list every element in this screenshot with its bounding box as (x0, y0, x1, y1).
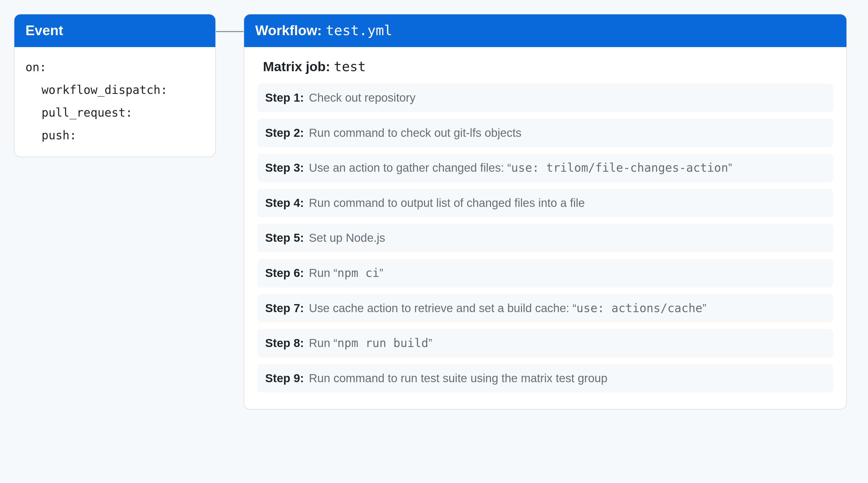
step-label: Step 8: (265, 336, 304, 351)
step-desc-code: use: actions/cache (577, 301, 703, 315)
workflow-step: Step 4: Run command to output list of ch… (257, 189, 833, 217)
step-label: Step 5: (265, 231, 304, 246)
workflow-header-filename: test.yml (326, 23, 393, 38)
step-desc-code: npm ci (337, 266, 379, 280)
step-label: Step 1: (265, 90, 304, 105)
step-description: Check out repository (309, 90, 415, 105)
workflow-step: Step 9: Run command to run test suite us… (257, 364, 833, 393)
step-description: Run “npm ci” (309, 266, 383, 281)
step-label: Step 4: (265, 195, 304, 211)
step-label: Step 9: (265, 371, 304, 386)
step-desc-after: ” (379, 266, 383, 279)
event-trigger: push: (26, 124, 204, 147)
step-desc-before: Use an action to gather changed files: “ (309, 161, 511, 174)
step-label: Step 6: (265, 266, 304, 281)
step-description: Use cache action to retrieve and set a b… (309, 301, 706, 316)
workflow-card-body: Matrix job: test Step 1: Check out repos… (244, 47, 846, 409)
step-desc-code: npm run build (337, 336, 429, 350)
step-description: Use an action to gather changed files: “… (309, 160, 732, 176)
step-desc-before: Run “ (309, 336, 337, 350)
step-desc-after: ” (728, 161, 732, 174)
step-description: Set up Node.js (309, 231, 385, 246)
workflow-step: Step 3: Use an action to gather changed … (257, 154, 833, 182)
matrix-prefix: Matrix job: (263, 59, 334, 74)
workflow-step: Step 2: Run command to check out git-lfs… (257, 119, 833, 147)
event-trigger: workflow_dispatch: (26, 79, 204, 101)
step-description: Run command to run test suite using the … (309, 371, 608, 386)
event-on-key: on: (26, 56, 204, 79)
workflow-card-header: Workflow: test.yml (244, 14, 846, 47)
workflow-step: Step 6: Run “npm ci” (257, 259, 833, 288)
workflow-step: Step 7: Use cache action to retrieve and… (257, 294, 833, 323)
step-label: Step 3: (265, 160, 304, 176)
step-desc-after: ” (703, 302, 706, 314)
step-description: Run command to check out git-lfs objects (309, 125, 522, 141)
workflow-card: Workflow: test.yml Matrix job: test Step… (244, 14, 847, 410)
event-card: Event on: workflow_dispatch: pull_reques… (14, 14, 216, 157)
workflow-step: Step 8: Run “npm run build” (257, 329, 833, 358)
diagram-canvas: Event on: workflow_dispatch: pull_reques… (0, 0, 868, 483)
workflow-header-prefix: Workflow: (255, 23, 326, 38)
step-label: Step 2: (265, 125, 304, 141)
workflow-step: Step 5: Set up Node.js (257, 224, 833, 252)
step-desc-code: use: trilom/file-changes-action (511, 161, 728, 175)
event-card-header: Event (14, 14, 215, 47)
step-label: Step 7: (265, 301, 304, 316)
event-header-title: Event (26, 23, 63, 38)
step-desc-after: ” (428, 336, 432, 350)
step-desc-before: Run “ (309, 266, 337, 279)
event-trigger: pull_request: (26, 101, 204, 124)
event-card-body: on: workflow_dispatch: pull_request: pus… (14, 47, 215, 157)
workflow-step: Step 1: Check out repository (257, 84, 833, 112)
step-description: Run “npm run build” (309, 336, 432, 351)
matrix-name: test (334, 59, 366, 74)
step-desc-before: Use cache action to retrieve and set a b… (309, 302, 577, 314)
matrix-job-title: Matrix job: test (263, 59, 833, 74)
step-description: Run command to output list of changed fi… (309, 195, 585, 211)
